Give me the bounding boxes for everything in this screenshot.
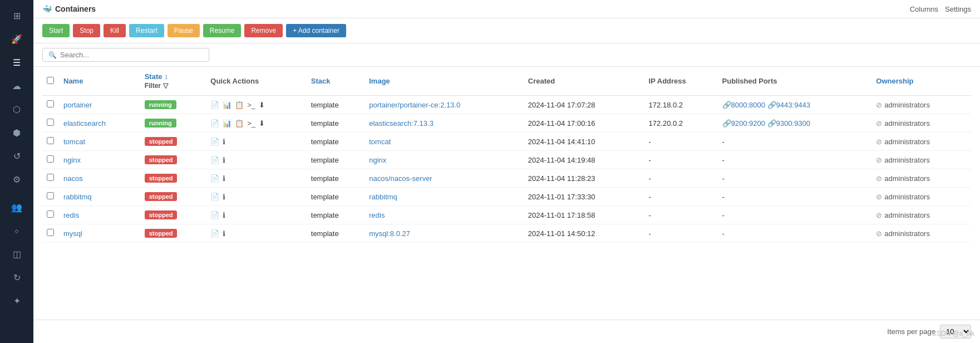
container-name-link[interactable]: elasticsearch <box>63 119 106 128</box>
action-inspect[interactable]: 📄 <box>210 156 219 164</box>
image-link[interactable]: elasticsearch:7.13.3 <box>369 119 434 128</box>
action-attach[interactable]: ⬇ <box>259 119 265 128</box>
add-container-button[interactable]: + Add container <box>286 24 346 37</box>
action-info[interactable]: ℹ <box>223 211 225 219</box>
stop-button[interactable]: Stop <box>73 24 100 37</box>
kill-button[interactable]: Kill <box>104 24 126 37</box>
col-created: Created <box>524 67 644 96</box>
search-input[interactable] <box>60 51 203 59</box>
action-stats[interactable]: 📊 <box>223 101 232 109</box>
sidebar-icon-rocket[interactable]: 🚀 <box>7 29 27 49</box>
resume-button[interactable]: Resume <box>203 24 242 37</box>
filter-icon[interactable]: ▽ <box>163 82 168 90</box>
action-info[interactable]: ℹ <box>223 174 225 183</box>
sidebar-icon-backup[interactable]: ↻ <box>7 267 27 287</box>
action-attach[interactable]: ⬇ <box>259 101 265 109</box>
table-row: rabbitmq stopped 📄 ℹ template rabbitmq 2… <box>42 188 971 206</box>
ports-cell: - <box>718 224 872 243</box>
action-info[interactable]: ℹ <box>223 156 225 164</box>
ownership-cell: ⊘ administrators <box>871 151 971 169</box>
sidebar-icon-cloud[interactable]: ☁ <box>7 76 27 96</box>
header-actions: Columns Settings <box>910 5 971 13</box>
sidebar-icon-layers[interactable]: ⬡ <box>7 99 27 119</box>
start-button[interactable]: Start <box>42 24 70 37</box>
page-title-text: Containers <box>55 4 96 13</box>
sidebar-icon-home[interactable]: ⊞ <box>7 6 27 26</box>
image-link[interactable]: nacos/nacos-server <box>369 174 432 183</box>
row-checkbox[interactable] <box>47 100 54 107</box>
port-link[interactable]: 🔗9200:9200 <box>722 119 765 128</box>
action-inspect[interactable]: 📄 <box>210 193 219 201</box>
table-row: tomcat stopped 📄 ℹ template tomcat 2024-… <box>42 133 971 151</box>
containers-table-wrap: Name State ↕ Filter ▽ <box>33 67 980 320</box>
image-link[interactable]: portainer/portainer-ce:2.13.0 <box>369 101 460 109</box>
image-link[interactable]: rabbitmq <box>369 193 397 201</box>
container-name-link[interactable]: nacos <box>63 174 83 183</box>
toolbar: Start Stop Kill Restart Pause Resume Rem… <box>33 18 980 43</box>
container-name-link[interactable]: rabbitmq <box>63 193 92 201</box>
col-name: Name <box>59 67 140 96</box>
sidebar-icon-history[interactable]: ↺ <box>7 146 27 166</box>
row-checkbox[interactable] <box>47 155 54 163</box>
sidebar-icon-users[interactable]: 👥 <box>7 197 27 217</box>
action-inspect[interactable]: 📄 <box>210 101 219 109</box>
table-row: redis stopped 📄 ℹ template redis 2024-11… <box>42 206 971 224</box>
action-inspect[interactable]: 📄 <box>210 174 219 183</box>
action-inspect[interactable]: 📄 <box>210 211 219 219</box>
port-link[interactable]: 🔗8000:8000 <box>722 101 765 109</box>
sidebar-icon-nodes[interactable]: ⬢ <box>7 122 27 143</box>
image-link[interactable]: tomcat <box>369 138 391 146</box>
ports-cell: - <box>718 188 872 206</box>
ip-cell: - <box>644 133 718 151</box>
action-info[interactable]: ℹ <box>223 229 225 238</box>
action-inspect[interactable]: 📄 <box>210 229 219 238</box>
action-logs[interactable]: 📋 <box>235 119 244 128</box>
search-bar: 🔍 <box>33 43 980 67</box>
row-checkbox[interactable] <box>47 192 54 199</box>
row-checkbox[interactable] <box>47 229 54 236</box>
sidebar-icon-extensions[interactable]: ✦ <box>7 291 27 311</box>
container-name-link[interactable]: redis <box>63 211 79 219</box>
remove-button[interactable]: Remove <box>244 24 283 37</box>
select-all-checkbox[interactable] <box>47 77 54 84</box>
action-logs[interactable]: 📋 <box>235 101 244 109</box>
action-inspect[interactable]: 📄 <box>210 138 219 146</box>
image-link[interactable]: redis <box>369 211 385 219</box>
image-link[interactable]: nginx <box>369 156 386 164</box>
ip-cell: 172.20.0.2 <box>644 114 718 133</box>
items-per-page-select[interactable]: 10 25 50 100 <box>940 325 971 339</box>
restart-button[interactable]: Restart <box>129 24 164 37</box>
port-link[interactable]: 🔗9443:9443 <box>767 101 810 109</box>
action-console[interactable]: >_ <box>247 119 255 128</box>
ip-cell: - <box>644 169 718 188</box>
sidebar-icon-settings[interactable]: ⚙ <box>7 169 27 189</box>
created-cell: 2024-11-04 14:41:10 <box>524 133 644 151</box>
action-console[interactable]: >_ <box>247 101 255 109</box>
image-link[interactable]: mysql:8.0.27 <box>369 229 410 238</box>
sidebar-icon-list[interactable]: ☰ <box>7 52 27 72</box>
sidebar-icon-database[interactable]: ◫ <box>7 244 27 264</box>
table-row: elasticsearch running 📄 📊 📋 >_ ⬇ templat… <box>42 114 971 133</box>
container-name-link[interactable]: mysql <box>63 229 82 238</box>
action-stats[interactable]: 📊 <box>223 119 232 128</box>
ownership-icon: ⊘ <box>876 156 882 164</box>
port-link[interactable]: 🔗9300:9300 <box>767 119 810 128</box>
container-name-link[interactable]: nginx <box>63 156 81 164</box>
image-cell: rabbitmq <box>365 188 524 206</box>
columns-button[interactable]: Columns <box>910 5 938 13</box>
container-name-link[interactable]: tomcat <box>63 138 85 146</box>
settings-button[interactable]: Settings <box>945 5 971 13</box>
row-checkbox[interactable] <box>47 174 54 181</box>
row-checkbox[interactable] <box>47 137 54 144</box>
row-checkbox[interactable] <box>47 210 54 218</box>
sidebar-icon-tag[interactable]: ⬦ <box>7 220 27 241</box>
action-info[interactable]: ℹ <box>223 193 225 201</box>
action-inspect[interactable]: 📄 <box>210 119 219 128</box>
action-info[interactable]: ℹ <box>223 138 225 146</box>
container-name-link[interactable]: portainer <box>63 101 92 109</box>
created-cell: 2024-11-04 17:00:16 <box>524 114 644 133</box>
ports-cell: - <box>718 169 872 188</box>
sort-icon[interactable]: ↕ <box>164 72 168 81</box>
row-checkbox[interactable] <box>47 119 54 126</box>
pause-button[interactable]: Pause <box>168 24 200 37</box>
